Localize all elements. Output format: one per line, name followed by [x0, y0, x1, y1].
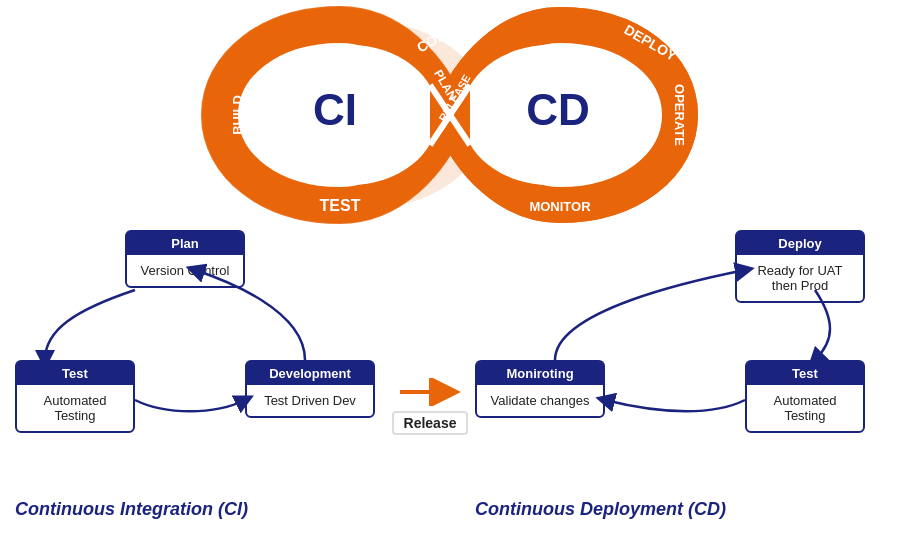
infinity-svg: CI CD CODE BUILD TEST PLAN RELEASE DEPLO… [190, 5, 710, 225]
ci-title: Continuous Integration (CI) [15, 499, 248, 520]
bottom-flow: Plan Version Control Test Automated Test… [0, 230, 900, 530]
release-arrow-svg [395, 378, 465, 406]
cicd-infinity-diagram: CI CD CODE BUILD TEST PLAN RELEASE DEPLO… [0, 0, 900, 230]
cd-arrows-svg [475, 230, 885, 430]
ci-cluster: Plan Version Control Test Automated Test… [15, 230, 395, 490]
operate-label: OPERATE [672, 84, 687, 146]
monitor-label: MONITOR [529, 199, 591, 214]
cd-title: Continuous Deployment (CD) [475, 499, 726, 520]
release-area: Release [390, 378, 470, 435]
test-label-ci: TEST [320, 197, 361, 214]
svg-text:CD: CD [526, 85, 590, 134]
ci-arrows-svg [15, 230, 395, 430]
cd-cluster: Deploy Ready for UAT then Prod Monirotin… [475, 230, 885, 490]
build-label: BUILD [230, 95, 245, 135]
release-label-text: Release [392, 411, 469, 435]
svg-text:CI: CI [313, 85, 357, 134]
